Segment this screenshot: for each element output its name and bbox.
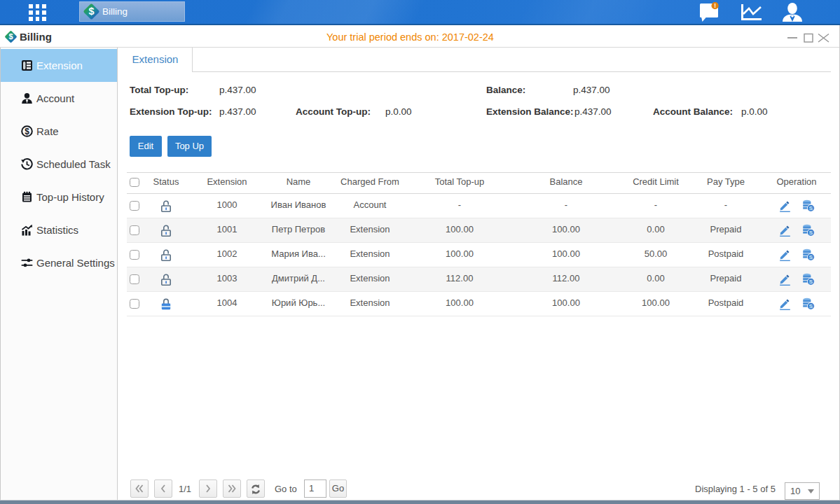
svg-text:!: ! — [714, 2, 716, 9]
svg-text:S: S — [809, 254, 813, 260]
svg-text:S: S — [809, 279, 813, 285]
svg-text:$: $ — [8, 32, 13, 41]
svg-text:$: $ — [25, 127, 29, 136]
svg-text:S: S — [809, 205, 813, 211]
svg-text:$: $ — [88, 6, 94, 17]
svg-text:S: S — [809, 303, 813, 309]
svg-text:S: S — [809, 230, 813, 236]
